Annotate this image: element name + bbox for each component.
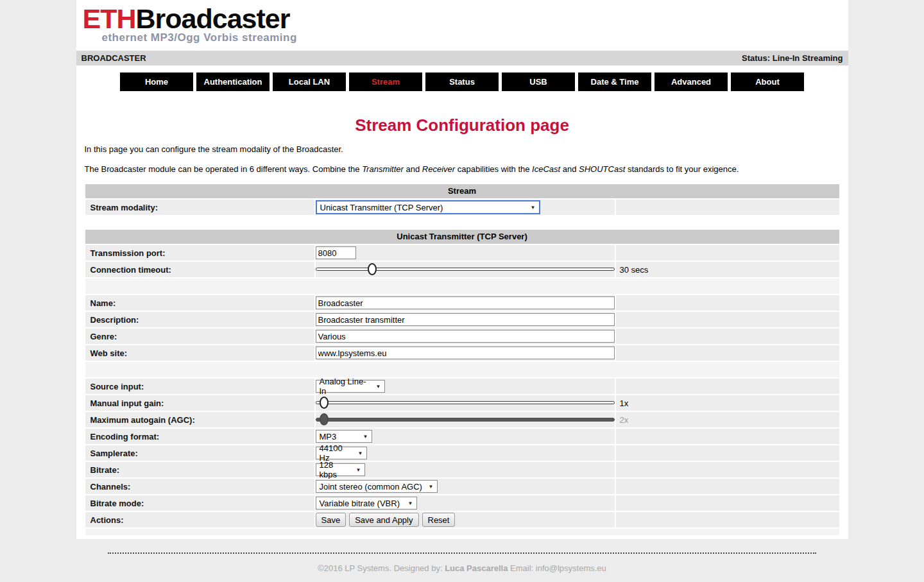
transmission-port-input[interactable] [316,246,356,259]
source-input-select[interactable]: Analog Line-In ▼ [316,380,385,393]
bitrate-row: Bitrate: 128 kbps ▼ [85,462,839,477]
samplerate-label: Samplerate: [85,445,314,461]
slider-track[interactable] [316,401,615,404]
header: ETHBroadcaster ethernet MP3/Ogg Vorbis s… [76,0,848,51]
nav-tab-local-lan[interactable]: Local LAN [273,73,346,91]
stream-modality-select[interactable]: Unicast Transmitter (TCP Server) ▼ [316,200,540,214]
connection-timeout-slider[interactable] [316,262,615,277]
intro2-shoutcast: SHOUTCast [579,164,625,174]
empty-cell [616,329,839,344]
empty-cell [616,495,839,511]
nav-tab-authentication[interactable]: Authentication [196,73,270,91]
chevron-down-icon: ▼ [363,434,368,440]
empty-cell [616,379,839,394]
encoding-format-selected-value: MP3 [320,432,337,441]
nav-tab-about[interactable]: About [731,73,804,91]
connection-timeout-cell [316,262,615,277]
bitrate-mode-select[interactable]: Variable bitrate (VBR) ▼ [316,497,417,509]
empty-cell [616,200,839,215]
encoding-format-select[interactable]: MP3 ▼ [316,430,372,443]
max-autogain-label: Maximum autogain (AGC): [85,412,314,427]
nav-tab-advanced[interactable]: Advanced [654,73,728,91]
nav-tab-status[interactable]: Status [425,73,499,91]
source-input-row: Source input: Analog Line-In ▼ [85,379,839,394]
bitrate-label: Bitrate: [85,462,314,477]
slider-thumb[interactable] [368,263,377,275]
nav-tab-home[interactable]: Home [120,73,193,91]
actions-row: Actions: Save Save and Apply Reset [85,512,839,527]
bitrate-mode-row: Bitrate mode: Variable bitrate (VBR) ▼ [85,495,839,511]
empty-cell [616,512,839,527]
intro2-receiver: Receiver [422,164,455,174]
content-area: ETHBroadcaster ethernet MP3/Ogg Vorbis s… [76,0,848,539]
footer-credits: ©2016 LP Systems. Designed by: Luca Pasc… [76,563,848,573]
save-button[interactable]: Save [316,513,346,527]
source-input-selected-value: Analog Line-In [320,377,371,396]
empty-cell [616,462,839,477]
statusbar-status-text: Status: Line-In Streaming [742,53,843,63]
stream-settings-table: Stream Stream modality: Unicast Transmit… [85,184,839,215]
connection-timeout-row: Connection timeout: 30 secs [85,262,839,277]
nav-tab-date-time[interactable]: Date & Time [578,73,651,91]
bitrate-selected-value: 128 kbps [320,460,351,479]
nav-tab-usb[interactable]: USB [502,73,575,91]
table-gap [76,216,848,230]
genre-input[interactable] [316,330,615,343]
spacer-row [85,278,839,294]
empty-cell [616,295,839,311]
footer-copyright-text: ©2016 LP Systems. Designed by: [318,563,445,573]
nav-tabs: Home Authentication Local LAN Stream Sta… [76,65,848,100]
footer-designer-name: Luca Pascarella [445,563,508,573]
connection-timeout-label: Connection timeout: [85,262,314,277]
chevron-down-icon: ▼ [408,501,413,506]
website-label: Web site: [85,345,314,361]
channels-row: Channels: Joint stereo (common AGC) ▼ [85,479,839,494]
intro2-text: and [560,164,579,174]
manual-gain-label: Manual input gain: [85,395,314,411]
bitrate-select[interactable]: 128 kbps ▼ [316,463,365,476]
intro2-text: The Broadcaster module can be operated i… [85,164,363,174]
description-input[interactable] [316,313,615,326]
slider-track [316,418,615,422]
stream-modality-cell: Unicast Transmitter (TCP Server) ▼ [316,200,615,215]
manual-gain-slider[interactable] [316,396,615,410]
name-label: Name: [85,295,314,311]
website-input[interactable] [316,347,615,359]
page: ETHBroadcaster ethernet MP3/Ogg Vorbis s… [76,0,848,573]
logo-brand-black: Broadcaster [136,3,290,34]
stream-modality-selected-value: Unicast Transmitter (TCP Server) [320,203,443,212]
logo-brand-red: ETH [83,3,136,34]
spacer-row [85,529,839,535]
samplerate-select[interactable]: 44100 Hz ▼ [316,447,367,459]
manual-gain-value: 1x [616,398,629,408]
encoding-format-row: Encoding format: MP3 ▼ [85,429,839,444]
statusbar-device-name: BROADCASTER [81,53,146,63]
genre-row: Genre: [85,329,839,344]
spacer-row [85,362,839,377]
name-input[interactable] [316,296,615,309]
status-bar: BROADCASTER Status: Line-In Streaming [76,51,848,65]
intro2-text: and [404,164,422,174]
slider-thumb[interactable] [320,397,329,409]
empty-cell [616,429,839,444]
footer-email-link[interactable]: info@lpsystems.eu [536,563,606,573]
manual-gain-row: Manual input gain: 1x [85,395,839,411]
empty-cell [616,445,839,461]
transmission-port-label: Transmission port: [85,245,314,261]
description-row: Description: [85,312,839,327]
bitrate-mode-label: Bitrate mode: [85,495,314,511]
connection-timeout-value: 30 secs [616,265,649,275]
page-title: Stream Configuration page [76,116,848,135]
channels-select[interactable]: Joint stereo (common AGC) ▼ [316,480,438,493]
actions-label: Actions: [85,512,314,527]
samplerate-row: Samplerate: 44100 Hz ▼ [85,445,839,461]
logo-tagline: ethernet MP3/Ogg Vorbis streaming [102,31,848,44]
stream-section-header: Stream [85,184,839,198]
save-and-apply-button[interactable]: Save and Apply [349,513,418,527]
intro2-text: capabilities with the [455,164,532,174]
nav-tab-stream[interactable]: Stream [349,73,422,91]
transmission-port-row: Transmission port: [85,245,839,261]
intro2-icecast: IceCast [532,164,560,174]
reset-button[interactable]: Reset [422,513,456,527]
slider-track[interactable] [316,268,615,271]
